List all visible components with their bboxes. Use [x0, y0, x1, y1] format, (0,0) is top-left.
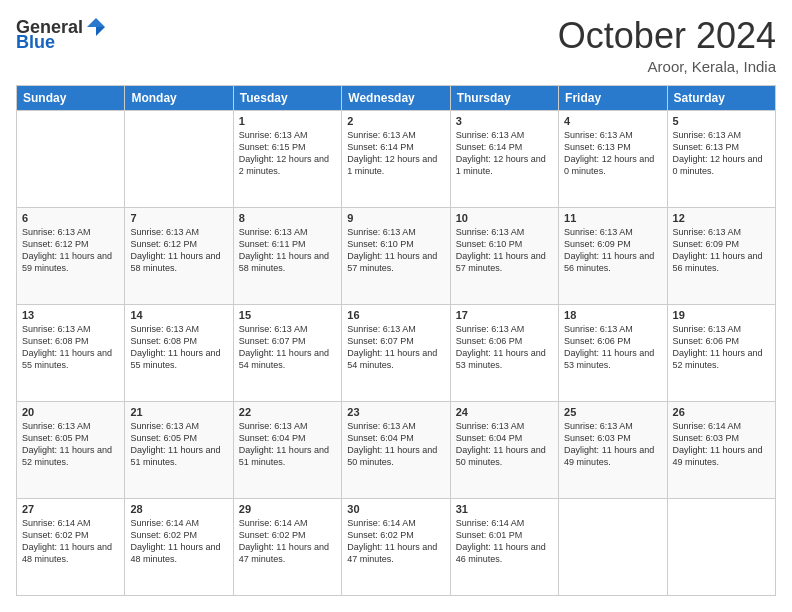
calendar-week-row: 13Sunrise: 6:13 AM Sunset: 6:08 PM Dayli… [17, 304, 776, 401]
cell-info: Sunrise: 6:13 AM Sunset: 6:07 PM Dayligh… [239, 323, 336, 372]
day-number: 6 [22, 212, 119, 224]
logo-area: General Blue [16, 16, 107, 53]
cell-info: Sunrise: 6:13 AM Sunset: 6:12 PM Dayligh… [22, 226, 119, 275]
cell-info: Sunrise: 6:14 AM Sunset: 6:02 PM Dayligh… [22, 517, 119, 566]
calendar-header-row: SundayMondayTuesdayWednesdayThursdayFrid… [17, 85, 776, 110]
cell-info: Sunrise: 6:13 AM Sunset: 6:13 PM Dayligh… [564, 129, 661, 178]
cell-info: Sunrise: 6:13 AM Sunset: 6:12 PM Dayligh… [130, 226, 227, 275]
day-number: 11 [564, 212, 661, 224]
calendar-cell: 9Sunrise: 6:13 AM Sunset: 6:10 PM Daylig… [342, 207, 450, 304]
month-title: October 2024 [558, 16, 776, 56]
cell-info: Sunrise: 6:13 AM Sunset: 6:04 PM Dayligh… [347, 420, 444, 469]
day-header-sunday: Sunday [17, 85, 125, 110]
calendar-week-row: 27Sunrise: 6:14 AM Sunset: 6:02 PM Dayli… [17, 498, 776, 595]
calendar-table: SundayMondayTuesdayWednesdayThursdayFrid… [16, 85, 776, 596]
calendar-cell: 2Sunrise: 6:13 AM Sunset: 6:14 PM Daylig… [342, 110, 450, 207]
day-number: 17 [456, 309, 553, 321]
day-number: 20 [22, 406, 119, 418]
day-number: 25 [564, 406, 661, 418]
calendar-cell: 26Sunrise: 6:14 AM Sunset: 6:03 PM Dayli… [667, 401, 775, 498]
calendar-week-row: 1Sunrise: 6:13 AM Sunset: 6:15 PM Daylig… [17, 110, 776, 207]
calendar-cell: 23Sunrise: 6:13 AM Sunset: 6:04 PM Dayli… [342, 401, 450, 498]
cell-info: Sunrise: 6:13 AM Sunset: 6:05 PM Dayligh… [130, 420, 227, 469]
day-number: 22 [239, 406, 336, 418]
cell-info: Sunrise: 6:14 AM Sunset: 6:02 PM Dayligh… [347, 517, 444, 566]
calendar-cell: 10Sunrise: 6:13 AM Sunset: 6:10 PM Dayli… [450, 207, 558, 304]
calendar-cell: 27Sunrise: 6:14 AM Sunset: 6:02 PM Dayli… [17, 498, 125, 595]
day-number: 10 [456, 212, 553, 224]
calendar-cell: 13Sunrise: 6:13 AM Sunset: 6:08 PM Dayli… [17, 304, 125, 401]
day-header-tuesday: Tuesday [233, 85, 341, 110]
day-number: 19 [673, 309, 770, 321]
calendar-cell: 8Sunrise: 6:13 AM Sunset: 6:11 PM Daylig… [233, 207, 341, 304]
calendar-cell [667, 498, 775, 595]
cell-info: Sunrise: 6:13 AM Sunset: 6:06 PM Dayligh… [673, 323, 770, 372]
calendar-cell: 1Sunrise: 6:13 AM Sunset: 6:15 PM Daylig… [233, 110, 341, 207]
cell-info: Sunrise: 6:13 AM Sunset: 6:09 PM Dayligh… [564, 226, 661, 275]
calendar-cell: 15Sunrise: 6:13 AM Sunset: 6:07 PM Dayli… [233, 304, 341, 401]
day-number: 15 [239, 309, 336, 321]
day-number: 18 [564, 309, 661, 321]
calendar-cell: 6Sunrise: 6:13 AM Sunset: 6:12 PM Daylig… [17, 207, 125, 304]
calendar-cell: 19Sunrise: 6:13 AM Sunset: 6:06 PM Dayli… [667, 304, 775, 401]
day-number: 30 [347, 503, 444, 515]
calendar-cell: 16Sunrise: 6:13 AM Sunset: 6:07 PM Dayli… [342, 304, 450, 401]
cell-info: Sunrise: 6:13 AM Sunset: 6:08 PM Dayligh… [22, 323, 119, 372]
day-number: 8 [239, 212, 336, 224]
cell-info: Sunrise: 6:13 AM Sunset: 6:04 PM Dayligh… [239, 420, 336, 469]
cell-info: Sunrise: 6:13 AM Sunset: 6:04 PM Dayligh… [456, 420, 553, 469]
header: General Blue October 2024 Aroor, Kerala,… [16, 16, 776, 75]
calendar-cell: 20Sunrise: 6:13 AM Sunset: 6:05 PM Dayli… [17, 401, 125, 498]
calendar-cell: 28Sunrise: 6:14 AM Sunset: 6:02 PM Dayli… [125, 498, 233, 595]
cell-info: Sunrise: 6:13 AM Sunset: 6:07 PM Dayligh… [347, 323, 444, 372]
calendar-cell [17, 110, 125, 207]
cell-info: Sunrise: 6:13 AM Sunset: 6:03 PM Dayligh… [564, 420, 661, 469]
day-number: 28 [130, 503, 227, 515]
day-header-wednesday: Wednesday [342, 85, 450, 110]
calendar-cell: 5Sunrise: 6:13 AM Sunset: 6:13 PM Daylig… [667, 110, 775, 207]
cell-info: Sunrise: 6:13 AM Sunset: 6:06 PM Dayligh… [564, 323, 661, 372]
title-area: October 2024 Aroor, Kerala, India [558, 16, 776, 75]
calendar-cell: 21Sunrise: 6:13 AM Sunset: 6:05 PM Dayli… [125, 401, 233, 498]
calendar-cell [125, 110, 233, 207]
day-header-friday: Friday [559, 85, 667, 110]
cell-info: Sunrise: 6:13 AM Sunset: 6:05 PM Dayligh… [22, 420, 119, 469]
day-number: 24 [456, 406, 553, 418]
day-number: 29 [239, 503, 336, 515]
calendar-cell: 12Sunrise: 6:13 AM Sunset: 6:09 PM Dayli… [667, 207, 775, 304]
cell-info: Sunrise: 6:13 AM Sunset: 6:08 PM Dayligh… [130, 323, 227, 372]
cell-info: Sunrise: 6:14 AM Sunset: 6:01 PM Dayligh… [456, 517, 553, 566]
svg-marker-0 [87, 18, 105, 27]
day-number: 31 [456, 503, 553, 515]
day-number: 14 [130, 309, 227, 321]
day-header-thursday: Thursday [450, 85, 558, 110]
calendar-cell: 14Sunrise: 6:13 AM Sunset: 6:08 PM Dayli… [125, 304, 233, 401]
day-number: 23 [347, 406, 444, 418]
cell-info: Sunrise: 6:14 AM Sunset: 6:03 PM Dayligh… [673, 420, 770, 469]
day-number: 4 [564, 115, 661, 127]
cell-info: Sunrise: 6:13 AM Sunset: 6:14 PM Dayligh… [347, 129, 444, 178]
day-number: 27 [22, 503, 119, 515]
calendar-cell [559, 498, 667, 595]
location: Aroor, Kerala, India [558, 58, 776, 75]
cell-info: Sunrise: 6:14 AM Sunset: 6:02 PM Dayligh… [239, 517, 336, 566]
calendar-cell: 7Sunrise: 6:13 AM Sunset: 6:12 PM Daylig… [125, 207, 233, 304]
cell-info: Sunrise: 6:13 AM Sunset: 6:10 PM Dayligh… [456, 226, 553, 275]
logo-blue: Blue [16, 32, 107, 53]
day-header-saturday: Saturday [667, 85, 775, 110]
day-number: 13 [22, 309, 119, 321]
day-number: 21 [130, 406, 227, 418]
cell-info: Sunrise: 6:13 AM Sunset: 6:13 PM Dayligh… [673, 129, 770, 178]
calendar-cell: 17Sunrise: 6:13 AM Sunset: 6:06 PM Dayli… [450, 304, 558, 401]
day-number: 2 [347, 115, 444, 127]
calendar-cell: 24Sunrise: 6:13 AM Sunset: 6:04 PM Dayli… [450, 401, 558, 498]
cell-info: Sunrise: 6:14 AM Sunset: 6:02 PM Dayligh… [130, 517, 227, 566]
day-number: 9 [347, 212, 444, 224]
calendar-cell: 25Sunrise: 6:13 AM Sunset: 6:03 PM Dayli… [559, 401, 667, 498]
day-number: 12 [673, 212, 770, 224]
calendar-cell: 31Sunrise: 6:14 AM Sunset: 6:01 PM Dayli… [450, 498, 558, 595]
cell-info: Sunrise: 6:13 AM Sunset: 6:09 PM Dayligh… [673, 226, 770, 275]
calendar-page: General Blue October 2024 Aroor, Kerala,… [0, 0, 792, 612]
cell-info: Sunrise: 6:13 AM Sunset: 6:14 PM Dayligh… [456, 129, 553, 178]
cell-info: Sunrise: 6:13 AM Sunset: 6:06 PM Dayligh… [456, 323, 553, 372]
